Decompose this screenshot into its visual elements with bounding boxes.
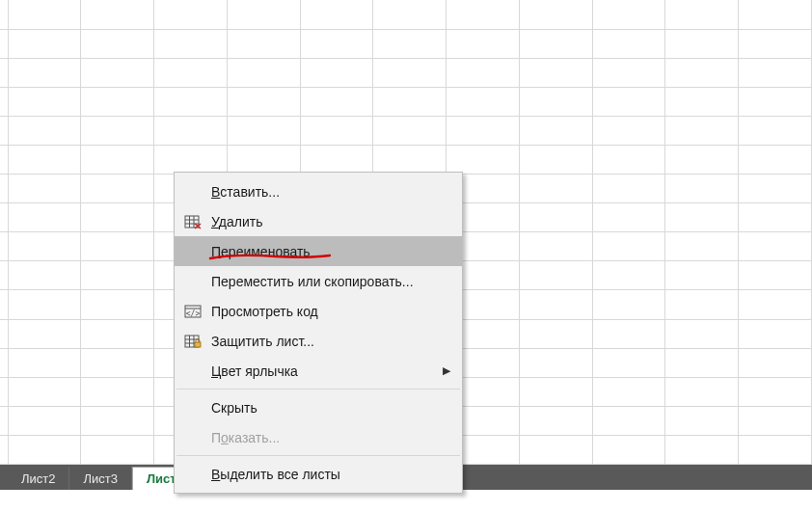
cell[interactable] <box>0 435 8 464</box>
cell[interactable] <box>81 58 154 87</box>
cell[interactable] <box>373 116 447 145</box>
cell[interactable] <box>0 377 8 406</box>
cell[interactable] <box>592 319 665 348</box>
cell[interactable] <box>519 232 592 261</box>
cell[interactable] <box>8 175 81 203</box>
cell[interactable] <box>8 116 81 145</box>
cell[interactable] <box>300 58 373 87</box>
cell[interactable] <box>592 290 665 319</box>
cell[interactable] <box>739 319 812 348</box>
cell[interactable] <box>227 29 300 58</box>
menu-item-protect[interactable]: Защитить лист... <box>175 326 462 356</box>
cell[interactable] <box>81 145 154 174</box>
cell[interactable] <box>592 175 665 203</box>
cell[interactable] <box>300 29 373 58</box>
sheet-tab[interactable]: Лист2 <box>8 467 69 490</box>
cell[interactable] <box>0 290 8 319</box>
cell[interactable] <box>81 116 154 145</box>
cell[interactable] <box>519 29 592 58</box>
cell[interactable] <box>739 0 812 29</box>
cell[interactable] <box>8 0 81 29</box>
cell[interactable] <box>8 58 81 87</box>
cell[interactable] <box>447 58 520 87</box>
cell[interactable] <box>0 203 8 232</box>
cell[interactable] <box>665 145 739 174</box>
cell[interactable] <box>8 87 81 116</box>
cell[interactable] <box>8 348 81 377</box>
cell[interactable] <box>227 0 300 29</box>
cell[interactable] <box>0 261 8 290</box>
cell[interactable] <box>739 261 812 290</box>
cell[interactable] <box>739 175 812 203</box>
cell[interactable] <box>592 0 665 29</box>
cell[interactable] <box>519 377 592 406</box>
cell[interactable] <box>519 175 592 203</box>
cell[interactable] <box>8 145 81 174</box>
cell[interactable] <box>739 290 812 319</box>
cell[interactable] <box>739 145 812 174</box>
cell[interactable] <box>373 58 447 87</box>
cell[interactable] <box>81 0 154 29</box>
cell[interactable] <box>0 58 8 87</box>
cell[interactable] <box>739 377 812 406</box>
cell[interactable] <box>739 348 812 377</box>
cell[interactable] <box>592 29 665 58</box>
cell[interactable] <box>300 145 373 174</box>
cell[interactable] <box>665 116 739 145</box>
cell[interactable] <box>81 175 154 203</box>
cell[interactable] <box>300 116 373 145</box>
cell[interactable] <box>665 232 739 261</box>
cell[interactable] <box>0 87 8 116</box>
cell[interactable] <box>592 203 665 232</box>
cell[interactable] <box>8 232 81 261</box>
cell[interactable] <box>739 58 812 87</box>
cell[interactable] <box>665 0 739 29</box>
cell[interactable] <box>0 406 8 435</box>
cell[interactable] <box>154 0 228 29</box>
cell[interactable] <box>8 261 81 290</box>
cell[interactable] <box>592 348 665 377</box>
cell[interactable] <box>447 29 520 58</box>
cell[interactable] <box>447 145 520 174</box>
cell[interactable] <box>154 145 228 174</box>
cell[interactable] <box>592 406 665 435</box>
cell[interactable] <box>81 232 154 261</box>
cell[interactable] <box>519 261 592 290</box>
cell[interactable] <box>0 0 8 29</box>
cell[interactable] <box>8 435 81 464</box>
cell[interactable] <box>665 406 739 435</box>
cell[interactable] <box>592 435 665 464</box>
cell[interactable] <box>519 116 592 145</box>
cell[interactable] <box>154 116 228 145</box>
cell[interactable] <box>81 290 154 319</box>
cell[interactable] <box>665 348 739 377</box>
cell[interactable] <box>81 435 154 464</box>
cell[interactable] <box>519 406 592 435</box>
cell[interactable] <box>227 87 300 116</box>
menu-item-rename[interactable]: Переименовать <box>175 236 462 266</box>
cell[interactable] <box>227 145 300 174</box>
cell[interactable] <box>373 29 447 58</box>
cell[interactable] <box>81 87 154 116</box>
cell[interactable] <box>81 261 154 290</box>
cell[interactable] <box>0 348 8 377</box>
cell[interactable] <box>300 0 373 29</box>
cell[interactable] <box>739 232 812 261</box>
cell[interactable] <box>519 435 592 464</box>
cell[interactable] <box>227 116 300 145</box>
cell[interactable] <box>154 87 228 116</box>
cell[interactable] <box>739 87 812 116</box>
cell[interactable] <box>8 319 81 348</box>
cell[interactable] <box>154 58 228 87</box>
cell[interactable] <box>8 377 81 406</box>
cell[interactable] <box>81 319 154 348</box>
cell[interactable] <box>8 29 81 58</box>
cell[interactable] <box>519 348 592 377</box>
cell[interactable] <box>665 290 739 319</box>
cell[interactable] <box>592 58 665 87</box>
cell[interactable] <box>81 29 154 58</box>
cell[interactable] <box>739 203 812 232</box>
cell[interactable] <box>739 406 812 435</box>
cell[interactable] <box>665 29 739 58</box>
cell[interactable] <box>592 232 665 261</box>
